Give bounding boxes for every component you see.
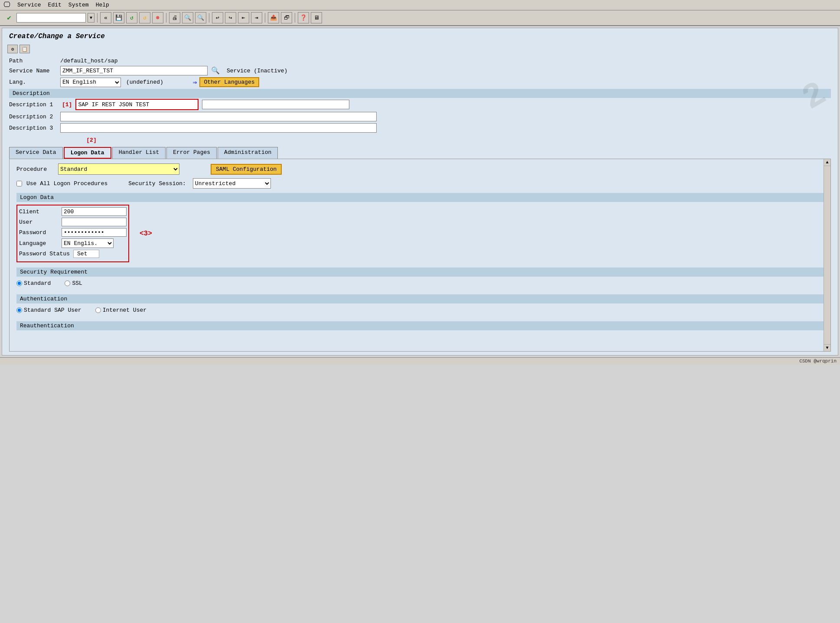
tab-administration[interactable]: Administration: [218, 147, 278, 159]
desc1-input[interactable]: [76, 100, 198, 109]
security-radio-group: Standard SSL: [16, 277, 824, 289]
nav4-btn[interactable]: ⇥: [251, 12, 262, 23]
user-label: User: [19, 219, 58, 225]
system-info-btn[interactable]: 🖥: [311, 12, 322, 23]
menu-service[interactable]: Service: [17, 2, 41, 8]
tabs-row: Service Data Logon Data Handler List Err…: [9, 147, 831, 159]
tabs-container: [2] Service Data Logon Data Handler List…: [2, 137, 838, 352]
back-btn[interactable]: «: [100, 12, 111, 23]
bottom-bar: CSDN @wrqprin: [0, 357, 840, 365]
save-btn[interactable]: 💾: [113, 12, 124, 23]
help-btn[interactable]: ❓: [298, 12, 309, 23]
nav2-btn[interactable]: ↪: [225, 12, 236, 23]
anno1-label: [1]: [62, 101, 72, 108]
radio-sap-user-label: Standard SAP User: [16, 307, 81, 313]
scroll-up-btn[interactable]: ▲: [824, 159, 830, 166]
desc1-label: Description 1: [9, 101, 57, 108]
security-session-label: Security Session:: [128, 180, 186, 187]
password-status-label: Password Status: [19, 251, 70, 257]
lang-extra: (undefined): [126, 79, 163, 85]
radio-sap-user-text: Standard SAP User: [24, 307, 81, 313]
client-input[interactable]: [62, 207, 127, 216]
security-req-header: Security Requirement: [16, 267, 824, 277]
menu-help[interactable]: Help: [96, 2, 109, 8]
menu-icon: 🖵: [3, 1, 10, 9]
desc1-row: Description 1 [1]: [9, 99, 831, 110]
find2-btn[interactable]: 🔍: [195, 12, 206, 23]
desc3-input[interactable]: [60, 123, 377, 133]
use-all-security-row: Use All Logon Procedures Security Sessio…: [16, 178, 824, 189]
command-input[interactable]: [16, 13, 86, 23]
export-btn[interactable]: 📤: [268, 12, 279, 23]
service-name-input[interactable]: [60, 66, 208, 75]
page-toolbar: ⚙ 📋: [2, 43, 838, 55]
green-check-btn[interactable]: ✔: [3, 12, 15, 23]
desc3-row: Description 3: [9, 123, 831, 133]
cancel-btn[interactable]: ⊗: [152, 12, 163, 23]
window-btn[interactable]: 🗗: [281, 12, 292, 23]
authentication-section: Authentication Standard SAP User Interne…: [16, 294, 824, 316]
page-title: Create/Change a Service: [2, 28, 838, 43]
lang-select[interactable]: EN English: [60, 78, 121, 87]
language-select[interactable]: EN Englis.: [62, 238, 114, 248]
desc1-extra-input[interactable]: [202, 100, 349, 109]
menu-edit[interactable]: Edit: [48, 2, 62, 8]
tab-body: Procedure Standard SAML Configuration Us…: [9, 159, 831, 352]
scrollbar-v[interactable]: ▲ ▼: [824, 159, 830, 351]
nav3-btn[interactable]: ⇤: [238, 12, 249, 23]
refresh-btn[interactable]: ↺: [126, 12, 137, 23]
radio-ssl[interactable]: [65, 281, 70, 286]
security-session-select[interactable]: Unrestricted: [193, 178, 271, 189]
password-row: Password: [19, 228, 127, 237]
look-icon[interactable]: 🔍: [211, 66, 220, 75]
content-wrapper: 2 Path /default_host/sap Service Name 🔍 …: [2, 55, 838, 355]
client-row: Client: [19, 207, 127, 216]
tab-error-pages[interactable]: Error Pages: [166, 147, 217, 159]
toolbar: ✔ ▼ « 💾 ↺ ↺ ⊗ 🖨 🔍 🔍 ↩ ↪ ⇤ ⇥ 📤 🗗 ❓ 🖥: [0, 10, 840, 26]
radio-standard[interactable]: [16, 281, 22, 286]
page-tool-1[interactable]: ⚙: [7, 45, 18, 53]
saml-config-btn[interactable]: SAML Configuration: [211, 164, 282, 175]
desc2-input[interactable]: [60, 112, 377, 121]
use-all-checkbox[interactable]: [16, 181, 22, 186]
menu-system[interactable]: System: [68, 2, 89, 8]
radio-sap-user[interactable]: [16, 307, 22, 313]
stop-btn[interactable]: ↺: [139, 12, 150, 23]
auth-radio-group: Standard SAP User Internet User: [16, 304, 824, 316]
radio-internet-user[interactable]: [95, 307, 101, 313]
tab-service-data[interactable]: Service Data: [9, 147, 63, 159]
radio-internet-user-text: Internet User: [103, 307, 147, 313]
password-label: Password: [19, 229, 58, 236]
separator-2: [166, 13, 166, 23]
anno3-area: <3>: [140, 205, 152, 262]
path-label: Path: [9, 58, 57, 64]
user-input[interactable]: [62, 218, 127, 226]
lang-row: Lang. EN English (undefined) ⇒ Other Lan…: [9, 77, 831, 87]
find1-btn[interactable]: 🔍: [182, 12, 193, 23]
procedure-select[interactable]: Standard: [58, 163, 179, 175]
scroll-down-btn[interactable]: ▼: [824, 344, 830, 351]
language-label: Language: [19, 240, 58, 247]
print-btn[interactable]: 🖨: [169, 12, 180, 23]
desc2-row: Description 2: [9, 112, 831, 121]
anno3-label: <3>: [140, 230, 152, 238]
other-languages-btn[interactable]: Other Languages: [199, 77, 259, 87]
tab-handler-list[interactable]: Handler List: [112, 147, 166, 159]
logon-data-inner-box: Client User Password Language: [16, 205, 129, 262]
anno2-label: [2]: [52, 137, 130, 144]
reauth-header: Reauthentication: [16, 321, 824, 330]
page-tool-2[interactable]: 📋: [20, 45, 30, 53]
password-input[interactable]: [62, 228, 127, 237]
lang-label: Lang.: [9, 79, 57, 85]
dropdown-arrow[interactable]: ▼: [88, 13, 94, 23]
main-content: Create/Change a Service ⚙ 📋 2 Path /defa…: [2, 28, 838, 356]
radio-standard-label: Standard: [16, 280, 51, 287]
path-row: Path /default_host/sap: [9, 58, 831, 64]
use-all-label: Use All Logon Procedures: [26, 180, 107, 187]
nav1-btn[interactable]: ↩: [212, 12, 223, 23]
path-value: /default_host/sap: [60, 58, 118, 64]
tab-logon-data[interactable]: Logon Data: [64, 147, 111, 159]
procedure-row: Procedure Standard SAML Configuration: [16, 163, 824, 175]
other-lang-arrow-icon: ⇒: [193, 78, 197, 87]
desc1-anno-box: [75, 99, 199, 110]
